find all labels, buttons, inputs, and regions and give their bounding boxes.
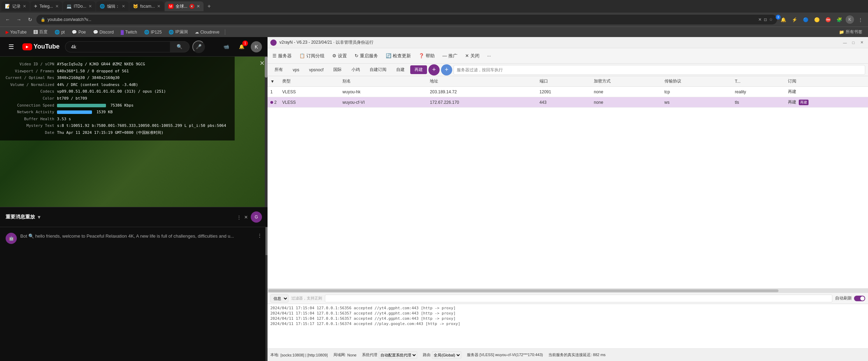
promo-button[interactable]: — 推广 xyxy=(439,50,461,62)
table-row[interactable]: 1 VLESS wuyou-hk 203.189.14.72 12091 non… xyxy=(268,87,868,97)
tab-itdo[interactable]: 💻 ITDo... ✕ xyxy=(63,1,95,11)
restart-icon: ↻ xyxy=(355,53,358,58)
stat-date: Thu Apr 11 2024 17:15:19 GMT+0800 (中国标准时… xyxy=(57,129,229,136)
rebuild-button-row2[interactable]: 再建 xyxy=(799,100,809,105)
add-server-button[interactable]: + xyxy=(428,64,440,75)
tab-global[interactable]: M 全球... 🔇 ✕ xyxy=(165,1,204,11)
youtube-search-button[interactable]: 🔍 xyxy=(170,41,190,52)
youtube-notification-button[interactable]: 🔔 1 xyxy=(235,41,248,53)
tab-records[interactable]: 📝 记录 ✕ xyxy=(1,1,30,11)
bookmark-star-icon[interactable]: ☆ xyxy=(769,17,773,22)
bookmark-twitch[interactable]: ▓ Twitch xyxy=(118,28,140,36)
horizontal-scrollbar[interactable] xyxy=(268,288,868,293)
settings-button[interactable]: ⚙ 设置 xyxy=(329,50,350,62)
bookmark-ip125[interactable]: 🌐 IP125 xyxy=(141,28,164,36)
extension-icon-5[interactable]: ⛔ xyxy=(823,15,833,24)
status-route[interactable]: 路由 全局(Global) xyxy=(423,351,461,359)
add-server-button2[interactable]: + xyxy=(441,64,452,75)
subscription-button[interactable]: 📋 订阅分组 xyxy=(296,50,328,62)
filter-tab-rebuild[interactable]: 再建 xyxy=(410,65,427,74)
extension-icon-1[interactable]: 🔔 3 xyxy=(778,15,788,24)
bookmark-youtube[interactable]: ▶ YouTube xyxy=(3,28,29,36)
bookmark-pt[interactable]: 🌐 pt xyxy=(52,28,67,36)
tab-close-records[interactable]: ✕ xyxy=(23,4,26,9)
video-container[interactable]: Video ID / sCPNAY5qcIq5u2g / KJKD GR44 Ø… xyxy=(0,57,268,207)
forward-button[interactable]: → xyxy=(14,15,24,24)
chat-dropdown-arrow[interactable]: ▾ xyxy=(38,214,40,220)
table-row[interactable]: 2 VLESS wuyou-cf-VI 172.67.226.170 443 n… xyxy=(268,97,868,108)
extension-icon-3[interactable]: 🔵 xyxy=(801,15,811,24)
server-filter-input[interactable] xyxy=(454,65,865,75)
video-stats-close[interactable]: ✕ xyxy=(259,59,265,67)
youtube-menu-button[interactable]: ☰ xyxy=(6,40,17,53)
bookmark-baidu[interactable]: 🅱 百度 xyxy=(31,28,50,36)
bookmark-cloudreve[interactable]: ☁ Cloudreve xyxy=(192,28,222,36)
log-filter-select[interactable]: 信息 调试 错误 xyxy=(270,294,289,303)
status-server: 服务器:[VLESS] wuyou-cf-VI(172***170:443) xyxy=(467,352,543,358)
youtube-upload-button[interactable]: 📹 xyxy=(220,41,233,53)
minimize-button[interactable]: — xyxy=(841,39,848,46)
filter-tab-vps[interactable]: vps xyxy=(289,66,304,74)
tab-close-edit[interactable]: ✕ xyxy=(122,4,125,9)
status-proxy[interactable]: 系统代理 自动配置系统代理 xyxy=(362,351,417,359)
ipleak-icon: 🌐 xyxy=(169,30,174,35)
lan-value: None xyxy=(347,353,356,357)
screenshot-icon[interactable]: ⊡ xyxy=(764,17,767,22)
help-button[interactable]: ❓ 帮助 xyxy=(415,50,438,62)
servers-button[interactable]: ☰ 服务器 xyxy=(269,50,295,62)
address-clear-icon[interactable]: ✕ xyxy=(758,17,762,22)
log-line: 2024/04/11 17:15:04 127.0.0.1:56357 acce… xyxy=(270,311,865,316)
active-server-dot xyxy=(270,101,273,104)
more-toolbar-button[interactable]: ··· xyxy=(484,50,495,62)
tab-close-global[interactable]: ✕ xyxy=(197,4,200,9)
filter-tab-chicken[interactable]: 小鸡 xyxy=(347,65,364,74)
chat-message: 🤖 Bot 🔍 hello friends, welcome to Peacef… xyxy=(6,230,262,247)
bookmark-ipleak[interactable]: 🌐 IP漏洞 xyxy=(166,28,190,36)
close-window-button[interactable]: ✕ xyxy=(858,39,865,46)
close-button-toolbar[interactable]: ✕ 关闭 xyxy=(462,50,483,62)
youtube-search-input[interactable] xyxy=(65,41,170,52)
browser-menu-button[interactable]: ⋮ xyxy=(855,15,865,24)
filter-tab-custom-sub[interactable]: 自建订阅 xyxy=(365,65,391,74)
col-encryption: 加密方式 xyxy=(591,76,662,87)
tab-close-fscan[interactable]: ✕ xyxy=(157,4,161,9)
chat-scrollbar[interactable] xyxy=(265,227,268,361)
address-input[interactable]: youtube.com/watch?v... xyxy=(48,17,756,22)
maximize-button[interactable]: □ xyxy=(850,39,857,46)
youtube-logo[interactable]: YouTube xyxy=(22,43,59,50)
check-update-button[interactable]: 🔄 检查更新 xyxy=(382,50,414,62)
tab-telegram[interactable]: ✈ Teleg... ✕ xyxy=(30,1,62,11)
restart-service-button[interactable]: ↻ 重启服务 xyxy=(351,50,382,62)
auto-refresh-switch[interactable] xyxy=(854,296,865,301)
bookmark-more[interactable]: 📁 所有书签 xyxy=(836,28,865,36)
extension-icon-2[interactable]: ⚡ xyxy=(790,15,799,24)
avatar-icon[interactable]: K xyxy=(846,15,854,24)
bookmark-discord[interactable]: 💬 Discord xyxy=(90,28,117,36)
video-scrollbar[interactable] xyxy=(265,57,268,207)
proxy-select[interactable]: 自动配置系统代理 xyxy=(379,351,417,359)
chat-close-button[interactable]: ✕ xyxy=(244,215,248,220)
youtube-avatar[interactable]: K xyxy=(251,41,262,52)
tab-fscan[interactable]: 🐱 fscam... ✕ xyxy=(129,1,164,11)
server-label: 服务器:[VLESS] wuyou-cf-VI(172***170:443) xyxy=(467,352,543,358)
tab-close-itdo[interactable]: ✕ xyxy=(88,4,92,9)
extension-icon-4[interactable]: 🟡 xyxy=(812,15,822,24)
back-button[interactable]: ← xyxy=(3,15,13,24)
log-toolbar: 信息 调试 错误 过滤器，支持正则 自动刷新 xyxy=(268,293,868,304)
tab-close-telegram[interactable]: ✕ xyxy=(55,4,59,9)
filter-tab-vpsnocf[interactable]: vpsnocf xyxy=(305,66,328,74)
filter-tab-international[interactable]: 国际 xyxy=(329,65,346,74)
chat-more-button[interactable]: ⋮ xyxy=(237,215,241,220)
new-tab-button[interactable]: + xyxy=(204,1,214,11)
route-select[interactable]: 全局(Global) xyxy=(432,351,461,359)
extensions-button[interactable]: 🧩 xyxy=(834,15,844,24)
tab-edit[interactable]: 🌐 编辑： ✕ xyxy=(96,1,129,11)
bookmark-poe[interactable]: 💬 Poe xyxy=(69,28,88,36)
chat-message-more[interactable]: ⋮ xyxy=(257,233,262,238)
filter-tab-custom[interactable]: 自建 xyxy=(392,65,409,74)
youtube-mic-button[interactable]: 🎤 xyxy=(192,41,205,53)
refresh-button[interactable]: ↻ xyxy=(25,15,35,24)
filter-tab-all[interactable]: 所有 xyxy=(270,65,287,74)
log-filter-input[interactable] xyxy=(325,295,832,302)
address-bar[interactable]: 🔒 youtube.com/watch?v... ✕ ⊡ ☆ xyxy=(36,15,777,24)
